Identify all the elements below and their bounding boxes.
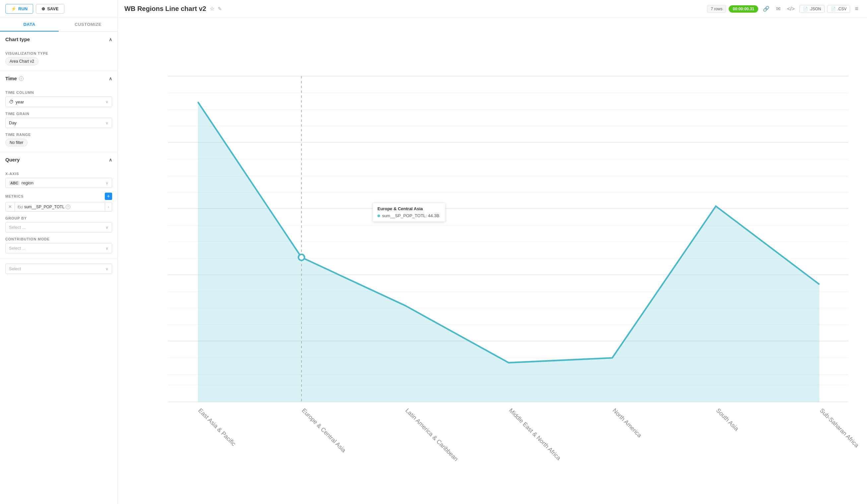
json-export-button[interactable]: 📄 .JSON (799, 5, 825, 13)
group-by-chevron: ∨ (106, 225, 108, 230)
remove-metric-button[interactable]: ✕ (6, 202, 15, 211)
chart-type-body: VISUALIZATION TYPE Area Chart v2 (0, 51, 117, 71)
chart-type-header[interactable]: Chart type ∧ (0, 32, 117, 47)
edit-icon[interactable]: ✎ (217, 6, 222, 12)
x-axis-chevron: ∨ (106, 181, 108, 185)
group-by-select[interactable]: Select ... ∨ (5, 222, 112, 233)
right-panel: WB Regions Line chart v2 ☆ ✎ 7 rows 00:0… (118, 0, 867, 504)
x-label-0: East Asia & Pacific (197, 407, 237, 447)
abc-icon: ABC (9, 181, 20, 185)
time-label: Time (5, 76, 17, 81)
csv-file-icon: 📄 (831, 7, 836, 11)
left-panel: ⚡ RUN ⊕ SAVE DATA CUSTOMIZE Chart type ∧… (0, 0, 118, 504)
contrib-mode-label: CONTRIBUTION MODE (5, 237, 112, 241)
x-label-6: Sub-Saharan Africa (818, 407, 860, 449)
link-icon[interactable]: 🔗 (761, 4, 771, 13)
query-section: Query ∧ X-AXIS ABC region ∨ METRICS + (0, 152, 117, 259)
time-grain-select[interactable]: Day ∨ (5, 118, 112, 128)
chart-title-text: WB Regions Line chart v2 (125, 5, 206, 13)
add-metric-button[interactable]: + (105, 193, 112, 200)
chart-svg: 100B 80B 60B 40B 20B 0 (138, 24, 860, 484)
contrib-mode-chevron: ∨ (106, 246, 108, 251)
code-icon[interactable]: </> (785, 4, 797, 13)
header-right: 7 rows 00:00:00.31 🔗 ✉ </> 📄 .JSON 📄 .CS… (707, 4, 860, 14)
run-button[interactable]: ⚡ RUN (5, 4, 33, 14)
chart-type-chevron: ∧ (109, 37, 112, 42)
time-column-label: TIME COLUMN (5, 90, 112, 95)
csv-export-button[interactable]: 📄 .CSV (827, 5, 850, 13)
area-fill (198, 102, 820, 402)
panel-content: Chart type ∧ VISUALIZATION TYPE Area Cha… (0, 32, 117, 504)
viz-type-label: VISUALIZATION TYPE (5, 51, 112, 55)
time-header[interactable]: Time i ∧ (0, 71, 117, 86)
metrics-label: METRICS (5, 194, 23, 198)
time-column-value: year (15, 99, 24, 105)
timer-badge: 00:00:00.31 (729, 5, 758, 13)
time-range-label: TIME RANGE (5, 133, 112, 137)
query-chevron: ∧ (109, 157, 112, 162)
run-label: RUN (18, 6, 28, 11)
x-axis-value: region (22, 180, 33, 185)
x-axis-label: X-AXIS (5, 172, 112, 176)
x-label-3: Middle East & North Africa (508, 407, 562, 462)
metric-expand-button[interactable]: › (105, 203, 112, 211)
query-body: X-AXIS ABC region ∨ METRICS + ✕ f(x) (0, 172, 117, 259)
time-range-chip[interactable]: No filter (5, 139, 28, 147)
json-label: .JSON (809, 7, 821, 11)
time-grain-label: TIME GRAIN (5, 112, 112, 116)
chart-type-label: Chart type (5, 36, 30, 42)
viz-type-chip[interactable]: Area Chart v2 (5, 57, 39, 65)
time-grain-value: Day (9, 120, 17, 125)
metric-value: sum__SP_POP_TOTL (24, 205, 64, 209)
metric-info-icon: ? (66, 205, 70, 209)
star-icon[interactable]: ☆ (210, 6, 214, 12)
time-section: Time i ∧ TIME COLUMN ⏱ year ∨ TIME GRAIN (0, 71, 117, 152)
query-label: Query (5, 157, 20, 162)
chart-header: WB Regions Line chart v2 ☆ ✎ 7 rows 00:0… (118, 0, 867, 18)
x-label-4: North America (611, 407, 643, 439)
clock-icon: ⏱ (9, 99, 14, 105)
x-label-5: South Asia (715, 407, 740, 432)
time-chevron: ∧ (109, 76, 112, 81)
lightning-icon: ⚡ (11, 6, 16, 11)
plus-circle-icon: ⊕ (42, 6, 45, 11)
x-label-2: Latin America & Caribbean (404, 407, 459, 463)
select-box-bottom[interactable]: Select ∨ (5, 264, 112, 274)
top-buttons: ⚡ RUN ⊕ SAVE (0, 0, 117, 18)
tab-data[interactable]: DATA (0, 18, 59, 32)
tab-bar: DATA CUSTOMIZE (0, 18, 117, 32)
x-label-1: Europe & Central Asia (300, 407, 347, 454)
hover-dot (299, 254, 304, 260)
time-info-icon: i (19, 76, 23, 81)
time-body: TIME COLUMN ⏱ year ∨ TIME GRAIN Day ∨ TI… (0, 90, 117, 152)
save-label: SAVE (47, 6, 58, 11)
group-by-placeholder: Select ... (9, 225, 26, 230)
metric-tag: ✕ f(x) sum__SP_POP_TOTL ? › (5, 202, 112, 212)
group-by-label: GROUP BY (5, 216, 112, 220)
chart-title-area: WB Regions Line chart v2 ☆ ✎ (125, 5, 222, 13)
csv-label: .CSV (837, 7, 846, 11)
file-icon: 📄 (803, 7, 808, 11)
tab-customize[interactable]: CUSTOMIZE (59, 18, 117, 32)
fx-icon: f(x) (18, 205, 23, 209)
metrics-header: METRICS + (5, 193, 112, 200)
contrib-mode-select[interactable]: Select ... ∨ (5, 243, 112, 253)
query-header[interactable]: Query ∧ (0, 152, 117, 167)
select-section: Select ∨ (0, 259, 117, 279)
x-axis-select[interactable]: ABC region ∨ (5, 178, 112, 188)
time-column-select[interactable]: ⏱ year ∨ (5, 96, 112, 107)
save-button[interactable]: ⊕ SAVE (36, 4, 64, 14)
select-chevron: ∨ (106, 267, 108, 271)
chart-area: 100B 80B 60B 40B 20B 0 (118, 18, 867, 504)
select-label: Select (9, 266, 21, 271)
email-icon[interactable]: ✉ (774, 4, 782, 13)
time-grain-chevron: ∨ (106, 121, 108, 125)
metric-content: f(x) sum__SP_POP_TOTL ? (15, 203, 105, 211)
rows-badge: 7 rows (707, 5, 726, 13)
time-column-chevron: ∨ (106, 99, 108, 104)
chart-type-section: Chart type ∧ VISUALIZATION TYPE Area Cha… (0, 32, 117, 71)
contrib-mode-placeholder: Select ... (9, 246, 26, 251)
more-menu-icon[interactable]: ≡ (853, 4, 860, 14)
